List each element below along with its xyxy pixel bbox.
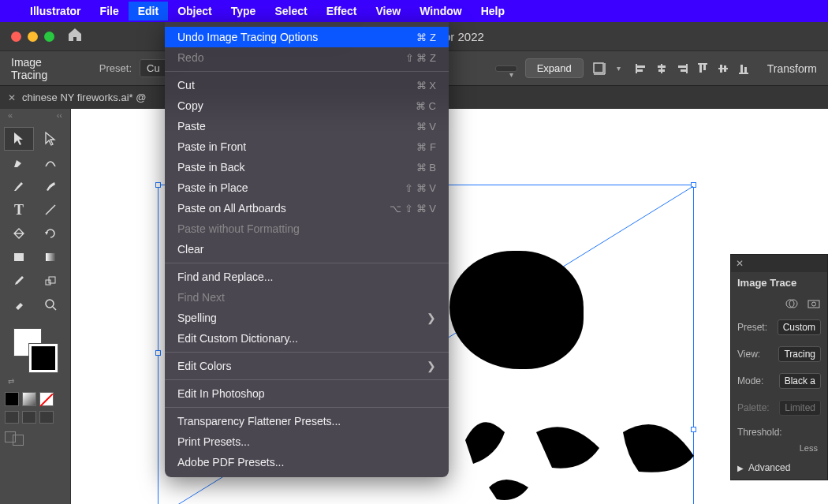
svg-rect-17 [740,65,743,73]
tool-gradient[interactable] [36,246,65,268]
menu-item-label: Clear [177,243,203,256]
menu-help[interactable]: Help [472,2,514,21]
menu-item-shortcut: ⌘ X [416,80,436,91]
fill-stroke-swatch[interactable] [13,328,58,372]
menu-item-paste-place[interactable]: Paste in Place⇧ ⌘ V [165,177,449,198]
svg-rect-18 [744,67,747,73]
menu-item-pdf-presets[interactable]: Adobe PDF Presets... [165,452,449,472]
color-swatch[interactable] [5,392,19,406]
swap-icon[interactable]: ⇄ [5,377,65,386]
tool-eyedropper[interactable] [5,270,33,292]
menu-view[interactable]: View [367,2,411,21]
menu-item-spelling[interactable]: Spelling❯ [165,308,449,328]
svg-rect-0 [594,63,603,73]
document-tab-label[interactable]: chinese NY fireworks.ai* @ [22,91,146,103]
preset-label: Preset: [99,62,132,74]
menu-separator [165,352,449,353]
preset-select[interactable]: Custom [778,319,821,335]
menu-type[interactable]: Type [222,2,266,21]
screen-mode-button[interactable] [0,427,70,450]
image-trace-panel[interactable]: ✕ Image Trace Preset: Custom View: Traci… [730,254,828,480]
panel-header[interactable]: ✕ [731,255,827,272]
tool-direct-selection[interactable] [36,128,65,150]
menu-object[interactable]: Object [168,2,222,21]
fill-stroke-area: ⇄ [0,320,70,390]
window-minimize-button[interactable] [28,32,38,42]
menubar-app[interactable]: Illustrator [21,2,91,21]
menu-window[interactable]: Window [410,2,472,21]
auto-color-icon[interactable] [785,298,799,309]
menu-item-shortcut: ⇧ ⌘ Z [405,52,436,64]
chevron-left-icon: « [8,110,13,121]
row-label: Preset: [737,322,767,333]
menu-effect[interactable]: Effect [317,2,367,21]
tool-zoom[interactable] [36,293,65,315]
tools-panel-tabs[interactable]: «‹‹ [0,109,70,123]
menu-item-copy[interactable]: Copy⌘ C [165,95,449,116]
align-top-icon[interactable] [695,62,711,76]
align-center-h-icon[interactable] [654,62,669,76]
view-select[interactable]: ▾ [495,65,517,72]
menu-item-edit-photoshop[interactable]: Edit In Photoshop [165,383,449,404]
draw-normal[interactable] [5,411,19,424]
none-swatch[interactable] [39,392,54,406]
menu-item-clear[interactable]: Clear [165,239,449,259]
align-right-icon[interactable] [674,62,690,76]
window-close-button[interactable] [11,32,21,42]
svg-rect-2 [637,65,645,68]
tool-rotate[interactable] [36,222,65,245]
menu-item-paste[interactable]: Paste⌘ V [165,116,449,136]
menu-item-label: Find Next [177,291,225,304]
submenu-chevron-icon: ❯ [427,312,436,324]
menu-item-paste-front[interactable]: Paste in Front⌘ F [165,136,449,157]
view-select[interactable]: Tracing [778,346,821,362]
window-maximize-button[interactable] [44,32,54,42]
menu-item-cut[interactable]: Cut⌘ X [165,75,449,95]
camera-icon[interactable] [807,298,821,309]
tab-close-icon[interactable]: ✕ [8,92,16,103]
menu-item-redo[interactable]: Redo⇧ ⌘ Z [165,47,449,68]
menu-item-paste-allartboards[interactable]: Paste on All Artboards⌥ ⇧ ⌘ V [165,198,449,218]
align-left-icon[interactable] [633,62,649,76]
tool-paintbrush[interactable] [5,175,33,197]
home-icon[interactable] [67,28,83,46]
mode-select[interactable]: Black a [779,373,821,389]
align-center-v-icon[interactable] [715,62,731,76]
menu-item-paste-noformat[interactable]: Paste without Formatting [165,218,449,239]
transform-label[interactable]: Transform [767,62,817,75]
menu-item-undo[interactable]: Undo Image Tracing Options⌘ Z [165,27,449,47]
gradient-swatch[interactable] [22,392,36,406]
tool-pen[interactable] [5,151,33,174]
menu-item-find-replace[interactable]: Find and Replace... [165,267,449,287]
draw-inside[interactable] [39,411,54,424]
menu-item-flattener-presets[interactable]: Transparency Flattener Presets... [165,411,449,431]
align-bottom-icon[interactable] [736,62,752,76]
panel-close-icon[interactable]: ✕ [736,258,744,269]
panel-advanced-toggle[interactable]: ▶ Advanced [731,456,827,480]
draw-behind[interactable] [22,411,36,424]
crop-icon[interactable] [591,61,609,77]
menu-item-edit-colors[interactable]: Edit Colors❯ [165,356,449,376]
svg-rect-12 [703,65,706,70]
chevron-down-icon[interactable]: ▾ [617,64,621,73]
stroke-swatch[interactable] [29,344,58,372]
tool-eraser[interactable] [5,293,33,315]
tool-selection[interactable] [5,128,33,150]
tool-rectangle[interactable] [5,246,33,268]
tool-scale[interactable] [36,270,65,292]
threshold-hint: Less [731,443,827,456]
menu-item-paste-back[interactable]: Paste in Back⌘ B [165,157,449,177]
menu-file[interactable]: File [91,2,129,21]
svg-rect-7 [686,64,688,73]
tool-line[interactable] [36,199,65,221]
menu-item-print-presets[interactable]: Print Presets... [165,431,449,452]
tool-blob-brush[interactable] [36,175,65,197]
menu-edit[interactable]: Edit [129,2,168,21]
menu-select[interactable]: Select [265,2,316,21]
tool-shape-builder[interactable] [5,222,33,245]
menu-item-find-next[interactable]: Find Next [165,287,449,308]
tool-curvature[interactable] [36,151,65,174]
expand-button[interactable]: Expand [525,58,584,78]
menu-item-edit-dictionary[interactable]: Edit Custom Dictionary... [165,328,449,349]
tool-type[interactable]: T [5,199,33,221]
